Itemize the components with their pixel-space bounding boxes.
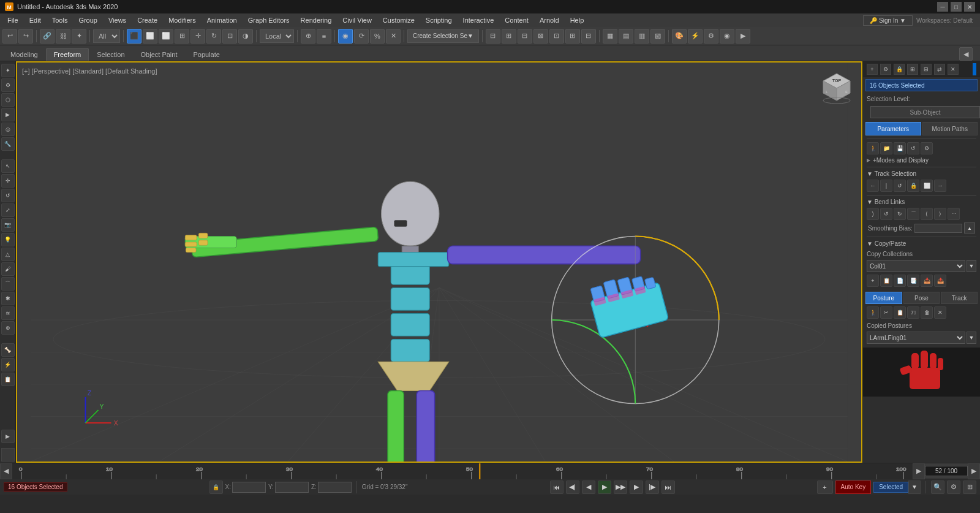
timeline-track[interactable]: 0 10 20 30 40 50 60 70 80 90 [12, 463, 913, 479]
play-all-btn[interactable]: ▶▶ [614, 481, 627, 494]
ik-tool[interactable]: ⚡ [1, 358, 15, 371]
status-btn1[interactable]: ⚙ [947, 481, 960, 494]
copy-collection-arrow[interactable]: ▼ [967, 260, 976, 272]
menu-edit[interactable]: Edit [24, 15, 46, 25]
ts-btn4[interactable]: 🔒 [907, 180, 919, 192]
tab-selection[interactable]: Selection [89, 48, 132, 61]
chevron-btn[interactable]: ▶ [1, 430, 15, 443]
copied-postures-select[interactable]: LArmLFing01 [867, 332, 965, 344]
track-selection-section[interactable]: ▼ Track Selection [863, 169, 980, 178]
align3-button[interactable]: ⊠ [533, 29, 548, 44]
biped-figure-mode[interactable]: 🚶 [867, 142, 879, 154]
close-button[interactable]: ✕ [964, 2, 975, 12]
undo-button[interactable]: ↩ [2, 29, 17, 44]
status-btn2[interactable]: ⊞ [963, 481, 976, 494]
posture-tab[interactable]: Posture [865, 292, 902, 304]
freeform-tool1[interactable]: ◀ [959, 47, 973, 61]
bl-btn1[interactable]: ) [867, 208, 879, 220]
select-region-button[interactable]: ⬜ [143, 29, 157, 44]
layer-btn2[interactable]: ▤ [619, 29, 633, 44]
tab-populate[interactable]: Populate [185, 48, 227, 61]
unlink-button[interactable]: ⛓ [56, 29, 70, 44]
align-button[interactable]: ⊞ [502, 29, 516, 44]
cp-btn1[interactable]: + [867, 275, 879, 287]
menu-content[interactable]: Content [500, 15, 533, 25]
cp-btn4[interactable]: 📑 [907, 275, 919, 287]
bl-btn4[interactable]: ⌒ [907, 208, 919, 220]
snap-toggle[interactable]: ≡ [317, 29, 331, 44]
tab-parameters[interactable]: Parameters [865, 122, 921, 135]
viewport-layout-btn[interactable] [1, 448, 15, 462]
menu-help[interactable]: Help [565, 15, 589, 25]
geo-tool[interactable]: △ [1, 248, 15, 261]
viewport[interactable]: [+] [Perspective] [Standard] [Default Sh… [16, 61, 862, 463]
pose-tab[interactable]: Pose [903, 292, 940, 304]
biped-layer-btn[interactable]: ⚙ [921, 142, 933, 154]
ts-btn3[interactable]: ↺ [894, 180, 906, 192]
refresh-button[interactable]: ↻ [206, 29, 221, 44]
smoothing-bias-input[interactable]: 0.5 [914, 224, 962, 233]
reference-coord-dropdown[interactable]: Local [260, 29, 294, 43]
helper-tool[interactable]: ✱ [1, 292, 15, 305]
ts-btn1[interactable]: ← [867, 180, 879, 192]
maximize-button[interactable]: □ [951, 2, 962, 12]
layer-toggle[interactable]: 📋 [1, 373, 15, 386]
panel-options-btn[interactable]: ⊞ [907, 64, 918, 75]
select-tool[interactable]: ↖ [1, 159, 15, 173]
cp-btn2[interactable]: 📋 [880, 275, 892, 287]
align4-button[interactable]: ⊡ [549, 29, 564, 44]
move-button[interactable]: ✛ [190, 29, 205, 44]
select-by-name[interactable]: ⊟ [486, 29, 500, 44]
y-input[interactable] [275, 482, 309, 493]
panel-settings-btn[interactable]: ⚙ [880, 64, 891, 75]
percent-snap[interactable]: % [370, 29, 385, 44]
bone-tool[interactable]: 🦴 [1, 343, 15, 357]
menu-customize[interactable]: Customize [378, 15, 420, 25]
camera-tool[interactable]: 📷 [1, 218, 15, 232]
spline-tool[interactable]: ⌒ [1, 277, 15, 291]
link-button[interactable]: 🔗 [40, 29, 55, 44]
panel-layout-btn[interactable]: ⊟ [921, 64, 932, 75]
menu-file[interactable]: File [2, 15, 23, 25]
tab-modeling[interactable]: Modeling [2, 48, 46, 61]
scale-tool[interactable]: ⤢ [1, 203, 15, 217]
bind-to-space-warp[interactable]: ✦ [72, 29, 86, 44]
bl-btn6[interactable]: ⟩ [934, 208, 946, 220]
view-cube[interactable]: TOP L F [818, 69, 855, 105]
motion-panel-btn[interactable]: ▶ [1, 108, 15, 121]
bl-btn5[interactable]: ⟨ [921, 208, 933, 220]
create-panel-btn[interactable]: ✦ [1, 64, 15, 77]
auto-key-button[interactable]: Auto Key [835, 481, 872, 494]
pa-btn4[interactable]: 7⃣ [907, 306, 919, 319]
menu-graph-editors[interactable]: Graph Editors [243, 15, 295, 25]
select-all-button[interactable]: ⊞ [175, 29, 189, 44]
biped-reset-btn[interactable]: ↺ [907, 142, 919, 154]
frame-right-btn[interactable]: ▶ [968, 463, 980, 479]
bend-links-section[interactable]: ▼ Bend Links [863, 197, 980, 207]
paint-tool[interactable]: 🖌 [1, 262, 15, 276]
redo-button[interactable]: ↪ [18, 29, 33, 44]
minimize-button[interactable]: ─ [937, 2, 948, 12]
light-tool[interactable]: 💡 [1, 233, 15, 246]
modes-display-section[interactable]: ▶ +Modes and Display [863, 156, 980, 165]
track-tab[interactable]: Track [941, 292, 978, 304]
biped-save-btn[interactable]: 📁 [880, 142, 892, 154]
go-to-start-btn[interactable]: ⏮ [550, 481, 564, 494]
rotate-tool[interactable]: ↺ [1, 189, 15, 202]
display-panel-btn[interactable]: ◎ [1, 123, 15, 136]
prev-frame-btn[interactable]: ◀ [582, 481, 595, 494]
align6-button[interactable]: ⊟ [581, 29, 596, 44]
timeline-right-btn[interactable]: ▶ [913, 463, 925, 479]
next-key-btn[interactable]: |▶ [646, 481, 659, 494]
selection-type-dropdown[interactable]: All [93, 29, 120, 43]
create-selection-set-button[interactable]: Create Selection Se▼ [407, 29, 479, 43]
layer-btn3[interactable]: ▥ [635, 29, 649, 44]
panel-close-small-btn[interactable]: ✕ [948, 64, 959, 75]
pa-btn1[interactable]: 🚶 [867, 306, 879, 319]
render-btn2[interactable]: ⚙ [704, 29, 718, 44]
pa-btn6[interactable]: ✕ [934, 306, 946, 319]
menu-group[interactable]: Group [74, 15, 102, 25]
x-input[interactable] [232, 482, 266, 493]
pa-btn2[interactable]: ✂ [880, 306, 892, 319]
select-region2-button[interactable]: ⬜ [159, 29, 173, 44]
